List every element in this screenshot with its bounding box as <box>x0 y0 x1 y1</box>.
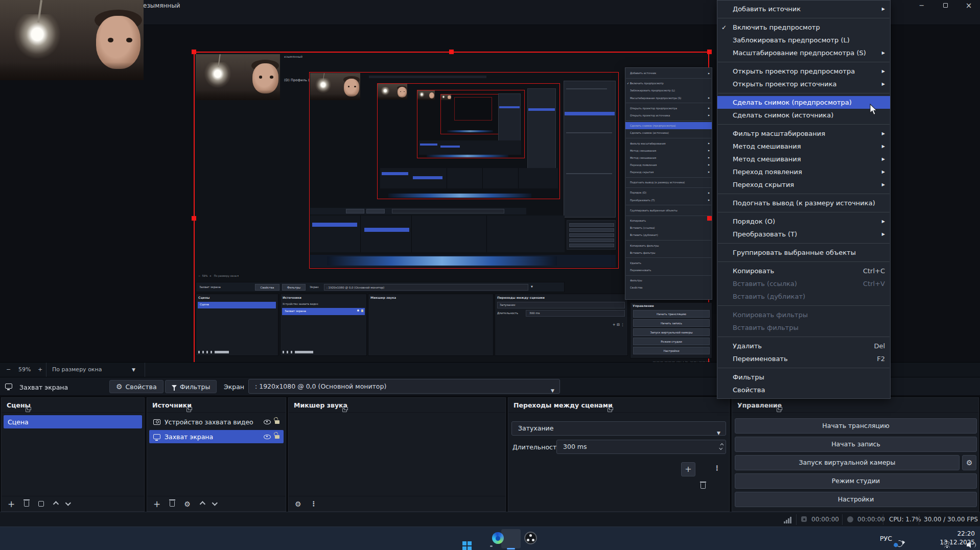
context-menu-item[interactable]: ✓Включить предпросмотр <box>717 21 890 34</box>
context-menu-item[interactable]: Вставить (дубликат) <box>717 290 890 303</box>
clock-date[interactable]: 13.12.2025 <box>934 539 975 546</box>
move-source-down-button[interactable] <box>212 500 217 506</box>
stepper-arrows[interactable] <box>720 444 722 450</box>
add-source-button[interactable]: + <box>153 500 160 508</box>
settings-button[interactable]: Настройки <box>735 492 977 507</box>
context-menu-item[interactable]: КопироватьCtrl+C <box>717 265 890 277</box>
context-menu-item[interactable]: Подогнать вывод (к размеру источника) <box>717 197 890 209</box>
context-menu-item[interactable]: Масштабирование предпросмотра (S)▶ <box>717 46 890 59</box>
source-row[interactable]: Захват экрана <box>149 430 284 443</box>
resize-handle[interactable] <box>707 216 712 221</box>
nested3-context-menu <box>527 88 556 170</box>
visibility-icon[interactable] <box>264 420 271 424</box>
add-scene-button[interactable]: + <box>8 500 15 508</box>
record-time: 00:00:00 <box>811 516 839 523</box>
shadow <box>0 62 144 80</box>
context-menu-item: Копировать <box>625 217 712 224</box>
context-menu-item[interactable]: Группировать выбранные объекты <box>717 246 890 259</box>
context-menu-item[interactable]: Вставить (ссылка)Ctrl+V <box>717 277 890 290</box>
maximize-button[interactable] <box>941 2 950 10</box>
move-scene-up-button[interactable] <box>53 501 59 507</box>
menu-item-label: Копировать <box>630 219 710 222</box>
virtual-camera-settings-button[interactable]: ⚙ <box>962 455 976 470</box>
language-indicator[interactable]: РУС <box>880 535 892 542</box>
duration-stepper[interactable]: 300 ms <box>556 440 726 454</box>
chevron-down-icon: ▼ <box>717 426 720 440</box>
nested4-taskbar <box>427 155 508 157</box>
source-properties-button[interactable]: ⚙ <box>184 500 191 508</box>
popout-icon[interactable] <box>26 408 30 412</box>
close-button[interactable]: × <box>964 2 973 10</box>
context-menu-item[interactable]: Открыть проектор источника▶ <box>717 78 890 90</box>
popout-icon[interactable] <box>342 408 347 412</box>
move-scene-down-button[interactable] <box>65 500 71 506</box>
context-menu-item: Открыть проектор предпросмотра▶ <box>625 105 712 112</box>
unlock-icon[interactable] <box>275 420 279 424</box>
resize-handle[interactable] <box>192 50 196 54</box>
remove-scene-button[interactable] <box>24 501 29 507</box>
popout-icon[interactable] <box>777 408 781 412</box>
source-row[interactable]: Устройство захвата видео <box>149 415 284 428</box>
scene-filters-button[interactable] <box>38 501 44 507</box>
resize-handle[interactable] <box>707 50 712 54</box>
context-menu-item[interactable]: Переход появления▶ <box>717 165 890 178</box>
context-menu-item[interactable]: Свойства <box>717 384 890 396</box>
context-menu-item[interactable]: Вставить фильтры <box>717 321 890 334</box>
remove-transition-button[interactable] <box>701 483 706 489</box>
kebab-menu-icon[interactable]: ⋮ <box>311 500 317 508</box>
context-menu-item[interactable]: Заблокировать предпросмотр (L) <box>717 34 890 46</box>
popout-icon[interactable] <box>186 408 191 412</box>
visibility-icon[interactable] <box>264 435 271 439</box>
clock-time[interactable]: 22:20 <box>942 530 975 537</box>
start-streaming-button[interactable]: Начать трансляцию <box>735 418 977 434</box>
sync-tray-icon[interactable] <box>895 539 904 548</box>
obs-app-icon[interactable] <box>524 532 537 544</box>
filters-button[interactable]: Фильтры <box>165 380 217 393</box>
start-virtual-camera-button[interactable]: Запуск виртуальной камеры <box>735 455 960 470</box>
add-transition-button[interactable]: + <box>681 462 695 476</box>
menu-item-label: Метод смешивания <box>733 142 875 150</box>
context-menu-item[interactable]: Копировать фильтры <box>717 308 890 321</box>
nested-zoom-row: − 59% + По размеру окна ▾ <box>198 274 239 277</box>
context-menu-item[interactable]: ПереименоватьF2 <box>717 352 890 365</box>
transition-select[interactable]: Затухание ▼ <box>511 421 726 436</box>
context-menu-item[interactable]: УдалитьDel <box>717 340 890 352</box>
submenu-arrow-icon: ▶ <box>708 97 710 99</box>
zoom-in-button[interactable]: + <box>38 366 42 373</box>
start-button-icon[interactable] <box>462 541 466 545</box>
context-menu-item[interactable]: Переход скрытия▶ <box>717 178 890 191</box>
popout-icon[interactable] <box>608 408 612 412</box>
remove-source-button[interactable] <box>170 501 175 507</box>
minimize-button[interactable]: − <box>917 2 926 10</box>
context-menu-item[interactable]: Добавить источник▶ <box>717 3 890 15</box>
kebab-menu-icon[interactable]: ⋮ <box>714 464 720 472</box>
context-menu-item[interactable]: Порядок (O)▶ <box>717 215 890 228</box>
status-bar: 00:00:00 00:00:00 CPU: 1.7% 30.00 / 30.0… <box>0 512 980 527</box>
zoom-out-button[interactable]: − <box>6 366 11 373</box>
resize-handle[interactable] <box>449 50 454 54</box>
context-menu-item[interactable]: Метод смешивания▶ <box>717 153 890 165</box>
fit-mode-combo[interactable]: По размеру окна <box>52 366 102 373</box>
context-menu-item[interactable]: Сделать снимок (предпросмотра) <box>717 96 890 109</box>
child-face <box>96 16 141 69</box>
properties-button[interactable]: ⚙ Свойства <box>109 380 164 393</box>
start-recording-button[interactable]: Начать запись <box>735 437 977 452</box>
menu-separator <box>626 138 711 138</box>
context-menu-item: Вставить (ссылка) <box>625 224 712 231</box>
unlock-icon[interactable] <box>275 435 279 439</box>
move-source-up-button[interactable] <box>200 501 205 507</box>
screen-select[interactable]: : 1920x1080 @ 0,0 (Основной монитор) ▼ <box>248 379 560 394</box>
context-menu-item[interactable]: Фильтры <box>717 371 890 384</box>
submenu-arrow-icon: ▶ <box>708 171 710 173</box>
resize-handle[interactable] <box>192 216 196 221</box>
context-menu-item[interactable]: Сделать снимок (источника) <box>717 109 890 122</box>
context-menu-item[interactable]: Метод смешивания▶ <box>717 140 890 153</box>
duration-label: Длительность <box>512 443 561 451</box>
studio-mode-button[interactable]: Режим студии <box>735 473 977 489</box>
context-menu-item[interactable]: Фильтр масштабирования▶ <box>717 127 890 140</box>
advanced-audio-button[interactable]: ⚙ <box>295 500 301 508</box>
scene-row[interactable]: Сцена <box>4 415 142 428</box>
context-menu-item[interactable]: Преобразовать (T)▶ <box>717 228 890 241</box>
context-menu-item[interactable]: Открыть проектор предпросмотра▶ <box>717 65 890 78</box>
menu-item-label: Фильтр масштабирования <box>630 142 706 145</box>
